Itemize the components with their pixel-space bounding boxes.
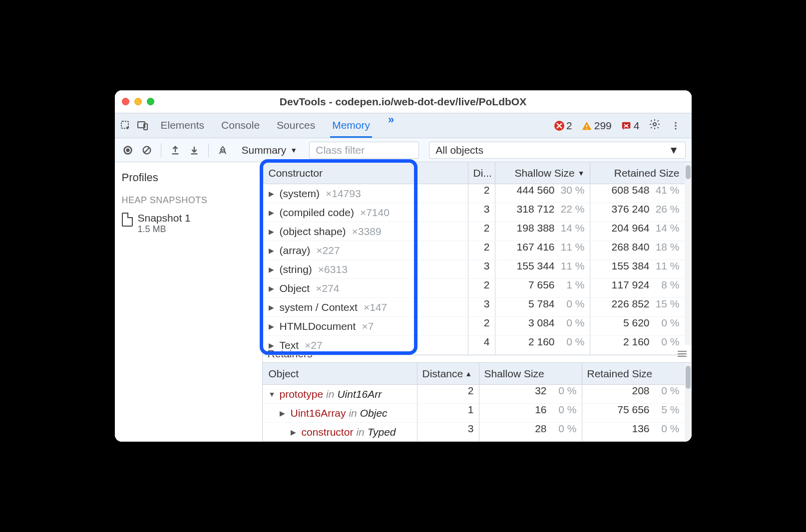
instance-count: ×147 bbox=[364, 301, 387, 313]
record-button[interactable] bbox=[121, 143, 135, 157]
retained-size: 136 bbox=[632, 423, 649, 441]
traffic-lights bbox=[122, 98, 154, 105]
memory-main: Constructor Di... Shallow Size▼ Retained… bbox=[263, 162, 692, 442]
distance: 3 bbox=[468, 260, 495, 278]
table-row[interactable]: ▶Object×27427 6561 %117 9248 % bbox=[263, 279, 685, 298]
tab-sources[interactable]: Sources bbox=[275, 113, 317, 138]
distance: 1 bbox=[417, 404, 479, 422]
tab-elements[interactable]: Elements bbox=[159, 113, 207, 138]
close-window-button[interactable] bbox=[122, 98, 129, 105]
constructor-name: (string) bbox=[280, 264, 312, 275]
col-header-shallow[interactable]: Shallow Size▼ bbox=[495, 162, 590, 184]
zoom-window-button[interactable] bbox=[147, 98, 154, 105]
tab-console[interactable]: Console bbox=[219, 113, 262, 138]
issue-icon bbox=[621, 120, 632, 131]
shallow-size: 318 712 bbox=[517, 203, 555, 222]
snapshot-file-icon bbox=[122, 213, 133, 227]
rcol-header-retained[interactable]: Retained Size bbox=[582, 363, 685, 384]
distance: 2 bbox=[468, 184, 495, 203]
warnings-count[interactable]: 299 bbox=[581, 120, 612, 132]
view-select[interactable]: Summary ▼ bbox=[235, 142, 305, 158]
disclosure-icon: ▶ bbox=[269, 284, 277, 292]
retainers-table: Object Distance▲ Shallow Size Retained S… bbox=[263, 363, 685, 442]
settings-icon[interactable] bbox=[649, 118, 661, 133]
constructor-name: HTMLDocument bbox=[280, 320, 356, 332]
rcol-header-shallow[interactable]: Shallow Size bbox=[479, 363, 582, 384]
instance-count: ×6313 bbox=[318, 264, 348, 275]
shallow-size: 2 160 bbox=[528, 336, 555, 354]
col-header-distance[interactable]: Di... bbox=[468, 162, 495, 184]
table-row[interactable]: ▶Uint16Array in Objec1160 %75 6565 % bbox=[263, 404, 685, 423]
keyword-in: in bbox=[356, 426, 364, 438]
minimize-window-button[interactable] bbox=[134, 98, 142, 105]
shallow-size: 32 bbox=[535, 385, 546, 403]
snapshot-item[interactable]: Snapshot 1 1.5 MB bbox=[115, 209, 262, 238]
type-name: Typed bbox=[368, 426, 396, 438]
retained-pct: 15 % bbox=[655, 298, 680, 316]
panel-tabs: Elements Console Sources Memory » 2 299 … bbox=[115, 113, 692, 138]
type-name: Objec bbox=[360, 407, 388, 419]
shallow-pct: 22 % bbox=[560, 203, 585, 222]
instance-count: ×7 bbox=[362, 320, 374, 332]
tabs-overflow-button[interactable]: » bbox=[388, 113, 394, 138]
snapshot-size: 1.5 MB bbox=[138, 224, 191, 235]
shallow-size: 155 344 bbox=[517, 260, 555, 278]
svg-point-11 bbox=[126, 148, 129, 152]
table-row[interactable]: ▶(string)×63133155 34411 %155 38411 % bbox=[263, 260, 685, 279]
clear-button[interactable] bbox=[140, 143, 154, 157]
distance: 4 bbox=[468, 336, 495, 354]
retained-size: 155 384 bbox=[612, 260, 650, 278]
svg-point-8 bbox=[675, 125, 676, 126]
constructor-name: system / Context bbox=[280, 301, 358, 313]
tab-memory[interactable]: Memory bbox=[330, 113, 372, 138]
sidebar-title: Profiles bbox=[122, 171, 255, 184]
table-row[interactable]: ▶Text×2742 1600 %2 1600 % bbox=[263, 336, 685, 355]
disclosure-icon: ▶ bbox=[280, 409, 288, 417]
window-title: DevTools - codepen.io/web-dot-dev/live/P… bbox=[115, 96, 692, 108]
shallow-pct: 14 % bbox=[560, 222, 585, 241]
shallow-size: 16 bbox=[535, 404, 546, 422]
svg-rect-3 bbox=[586, 125, 587, 127]
constructor-name: Object bbox=[280, 282, 310, 294]
constructor-name: (compiled code) bbox=[280, 207, 354, 219]
table-row[interactable]: ▶(system)×147932444 56030 %608 54841 % bbox=[263, 184, 685, 203]
table-row[interactable]: ▶constructor in Typed3280 %1360 % bbox=[263, 423, 685, 442]
collect-garbage-button[interactable] bbox=[216, 143, 230, 157]
retained-size: 2 160 bbox=[623, 336, 650, 354]
errors-count[interactable]: 2 bbox=[554, 120, 572, 132]
object-scope-select[interactable]: All objects ▼ bbox=[429, 142, 685, 159]
retained-pct: 41 % bbox=[655, 184, 680, 203]
rcol-header-distance[interactable]: Distance▲ bbox=[417, 363, 479, 384]
chevron-down-icon: ▼ bbox=[290, 146, 297, 154]
more-options-icon[interactable] bbox=[670, 120, 682, 132]
table-row[interactable]: ▶HTMLDocument×723 0840 %5 6200 % bbox=[263, 317, 685, 336]
shallow-size: 444 560 bbox=[517, 184, 555, 203]
table-row[interactable]: ▶(array)×2272167 41611 %268 84018 % bbox=[263, 241, 685, 260]
retained-pct: 0 % bbox=[655, 317, 680, 335]
import-button[interactable] bbox=[187, 143, 201, 157]
table-row[interactable]: ▼prototype in Uint16Arr2320 %2080 % bbox=[263, 385, 685, 404]
chevron-down-icon: ▼ bbox=[669, 144, 679, 156]
disclosure-icon: ▶ bbox=[269, 247, 277, 255]
inspect-element-icon[interactable] bbox=[120, 120, 132, 132]
errors-count-value: 2 bbox=[566, 120, 572, 132]
table-row[interactable]: ▶system / Context×14735 7840 %226 85215 … bbox=[263, 298, 685, 317]
memory-toolbar: Summary ▼ Class filter All objects ▼ bbox=[115, 138, 692, 162]
rcol-header-object[interactable]: Object bbox=[263, 368, 417, 380]
export-button[interactable] bbox=[168, 143, 182, 157]
disclosure-icon: ▶ bbox=[269, 228, 277, 236]
scrollbar-retainers[interactable] bbox=[685, 363, 692, 442]
scrollbar-constructors[interactable] bbox=[685, 162, 692, 345]
device-toggle-icon[interactable] bbox=[137, 120, 149, 132]
snapshot-name: Snapshot 1 bbox=[138, 212, 191, 224]
class-filter-input[interactable]: Class filter bbox=[309, 142, 419, 159]
object-scope-label: All objects bbox=[435, 144, 483, 156]
issues-count[interactable]: 4 bbox=[621, 120, 640, 132]
col-header-constructor[interactable]: Constructor bbox=[263, 167, 468, 179]
col-header-retained[interactable]: Retained Size bbox=[590, 162, 685, 184]
distance: 2 bbox=[417, 385, 479, 403]
table-row[interactable]: ▶(compiled code)×71403318 71222 %376 240… bbox=[263, 203, 685, 222]
retained-pct: 26 % bbox=[655, 203, 680, 222]
table-row[interactable]: ▶(object shape)×33892198 38814 %204 9641… bbox=[263, 222, 685, 241]
shallow-pct: 11 % bbox=[560, 260, 585, 278]
